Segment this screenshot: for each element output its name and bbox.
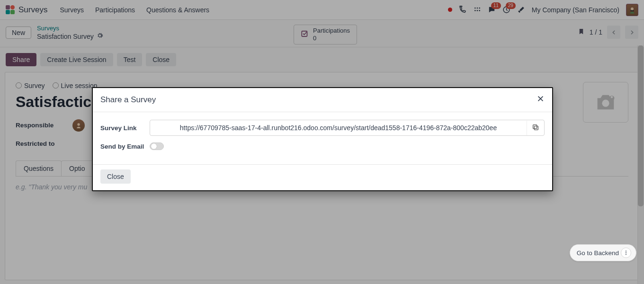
- modal-title: Share a Survey: [100, 95, 156, 105]
- send-by-email-label: Send by Email: [100, 143, 150, 150]
- copy-icon[interactable]: [527, 121, 544, 135]
- modal-footer: Close: [93, 164, 552, 190]
- share-survey-modal: Share a Survey Survey Link Send by Email…: [92, 87, 553, 191]
- survey-link-label: Survey Link: [100, 124, 150, 132]
- svg-point-16: [626, 252, 626, 253]
- send-by-email-toggle[interactable]: [150, 142, 164, 150]
- survey-link-field: [150, 120, 545, 136]
- go-to-backend[interactable]: Go to Backend: [570, 244, 636, 261]
- modal-body: Survey Link Send by Email: [93, 112, 552, 164]
- svg-point-17: [626, 254, 626, 255]
- survey-link-input[interactable]: [150, 120, 527, 135]
- svg-point-15: [626, 251, 626, 252]
- svg-rect-13: [534, 126, 538, 130]
- modal-close-button[interactable]: Close: [100, 169, 131, 184]
- go-to-backend-label: Go to Backend: [577, 249, 619, 257]
- kebab-icon[interactable]: [621, 248, 631, 258]
- svg-rect-14: [533, 124, 537, 128]
- modal-header: Share a Survey: [93, 88, 552, 112]
- close-icon[interactable]: [537, 95, 545, 105]
